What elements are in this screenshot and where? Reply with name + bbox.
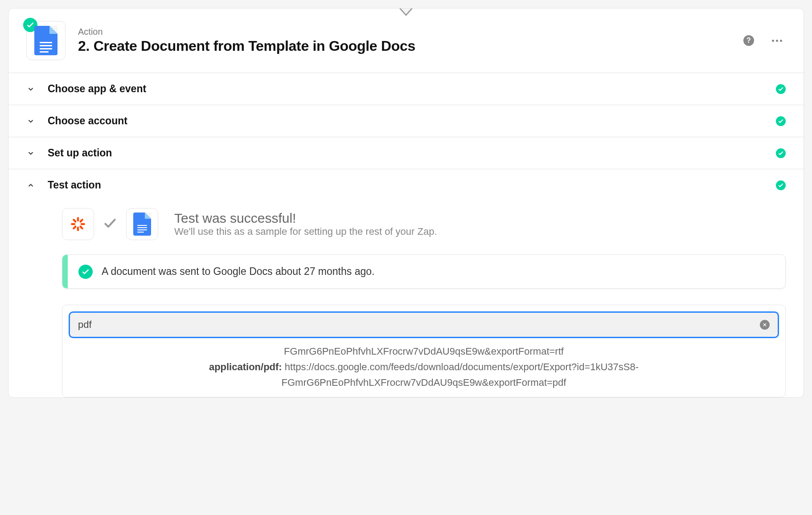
action-step-card: Action 2. Create Document from Template … xyxy=(8,8,804,398)
chevron-up-icon xyxy=(26,181,35,189)
sent-banner-text: A document was sent to Google Docs about… xyxy=(93,255,383,288)
section-title: Set up action xyxy=(48,147,776,159)
section-title: Test action xyxy=(48,179,776,191)
zapier-icon-box xyxy=(62,208,94,240)
svg-rect-2 xyxy=(71,223,75,225)
connector-arrow-icon xyxy=(399,8,413,16)
header-text: Action 2. Create Document from Template … xyxy=(78,27,743,54)
results-box: FGmrG6PnEoPhfvhLXFrocrw7vDdAU9qsE9w&expo… xyxy=(62,305,786,397)
clear-search-icon[interactable] xyxy=(760,320,770,330)
result-lines: FGmrG6PnEoPhfvhLXFrocrw7vDdAU9qsE9w&expo… xyxy=(69,343,779,391)
result-value-b: FGmrG6PnEoPhfvhLXFrocrw7vDdAU9qsE9w&expo… xyxy=(78,375,770,390)
header-actions: ? xyxy=(743,35,786,46)
google-docs-icon-box xyxy=(126,208,158,240)
section-title: Choose account xyxy=(48,115,776,127)
more-menu-icon[interactable] xyxy=(768,36,786,45)
step-title: 2. Create Document from Template in Goog… xyxy=(78,38,743,54)
svg-rect-7 xyxy=(79,225,84,230)
section-complete-icon xyxy=(776,116,786,126)
svg-rect-3 xyxy=(81,223,85,225)
section-complete-icon xyxy=(776,148,786,158)
section-complete-icon xyxy=(776,180,786,190)
google-docs-icon xyxy=(133,213,151,236)
chevron-down-icon xyxy=(26,149,35,157)
section-choose-app[interactable]: Choose app & event xyxy=(8,73,804,105)
section-choose-account[interactable]: Choose account xyxy=(8,105,804,137)
svg-rect-1 xyxy=(77,227,79,231)
test-success-title: Test was successful! xyxy=(174,211,437,226)
test-content: Test was successful! We'll use this as a… xyxy=(8,201,804,397)
help-icon[interactable]: ? xyxy=(743,35,754,46)
chevron-down-icon xyxy=(26,117,35,125)
app-icon-container xyxy=(26,21,66,60)
search-field[interactable] xyxy=(69,311,779,338)
svg-rect-6 xyxy=(72,218,77,223)
success-check-icon xyxy=(78,265,93,279)
svg-rect-5 xyxy=(72,225,77,230)
chevron-down-icon xyxy=(26,85,35,93)
test-result-row: Test was successful! We'll use this as a… xyxy=(62,208,786,240)
banner-accent-bar xyxy=(62,255,68,288)
checkmark-icon xyxy=(103,216,117,232)
section-complete-icon xyxy=(776,84,786,94)
svg-rect-0 xyxy=(77,217,79,221)
result-line-pdf: application/pdf: https://docs.google.com… xyxy=(78,359,770,375)
test-result-text: Test was successful! We'll use this as a… xyxy=(174,211,437,237)
step-header: Action 2. Create Document from Template … xyxy=(8,8,804,73)
svg-rect-4 xyxy=(79,218,84,223)
section-title: Choose app & event xyxy=(48,83,776,95)
section-test-action[interactable]: Test action xyxy=(8,169,804,201)
zapier-icon xyxy=(70,216,86,232)
result-key: application/pdf: xyxy=(209,361,282,372)
sent-banner: A document was sent to Google Docs about… xyxy=(62,254,786,289)
search-input[interactable] xyxy=(78,319,755,331)
google-docs-icon xyxy=(34,26,57,55)
section-set-up-action[interactable]: Set up action xyxy=(8,137,804,169)
action-label: Action xyxy=(78,27,743,37)
test-success-subtitle: We'll use this as a sample for setting u… xyxy=(174,226,437,237)
result-line-partial: FGmrG6PnEoPhfvhLXFrocrw7vDdAU9qsE9w&expo… xyxy=(78,343,770,359)
result-value-a: https://docs.google.com/feeds/download/d… xyxy=(285,361,639,372)
